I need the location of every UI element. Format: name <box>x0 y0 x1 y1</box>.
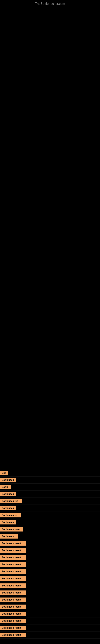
bottleneck-result-label: Bottleneck result <box>0 612 26 616</box>
bottleneck-result-row: Bottleneck result <box>0 596 100 603</box>
bottleneck-result-label: Bottleneck <box>0 520 16 524</box>
bottleneck-result-row: Bottleneck re <box>0 512 100 519</box>
bottleneck-result-row: Bottle <box>0 484 100 491</box>
bottleneck-result-label: Bottleneck result <box>0 584 26 588</box>
bottleneck-result-label: Bott <box>0 471 8 475</box>
bottleneck-result-label: Bottleneck <box>0 478 16 482</box>
site-header: TheBottlenecker.com <box>0 0 100 7</box>
bottleneck-result-row: Bottleneck <box>0 505 100 512</box>
bottleneck-result-row: Bottleneck <box>0 519 100 526</box>
bottleneck-result-label: Bottleneck r <box>0 534 18 538</box>
bottleneck-result-label: Bottle <box>0 485 11 489</box>
bottleneck-result-row: Bottleneck result <box>0 547 100 554</box>
bottleneck-result-label: Bottleneck result <box>0 576 26 581</box>
bottleneck-result-row: Bott <box>0 470 100 476</box>
bottleneck-result-row: Bottleneck result <box>0 568 100 575</box>
bottleneck-result-label: Bottleneck result <box>0 604 26 609</box>
bottleneck-result-row: Bottleneck result <box>0 610 100 618</box>
bottleneck-result-label: Bottleneck result <box>0 626 26 630</box>
bottleneck-result-row: Bottleneck <box>0 476 100 484</box>
bottleneck-result-label: Bottleneck result <box>0 562 26 567</box>
bottleneck-result-row: Bottleneck resu <box>0 526 100 533</box>
bottleneck-result-label: Bottleneck resu <box>0 527 23 532</box>
bottleneck-result-row: Bottleneck result <box>0 624 100 632</box>
bottleneck-result-label: Bottleneck result <box>0 541 26 546</box>
bottleneck-result-row: Bottleneck <box>0 491 100 498</box>
bottleneck-result-row: Bottleneck result <box>0 632 100 638</box>
bottleneck-result-row: Bottleneck result <box>0 561 100 568</box>
bottleneck-result-label: Bottleneck result <box>0 619 26 623</box>
bottleneck-result-label: Bottleneck result <box>0 555 26 560</box>
bottleneck-result-row: Bottleneck result <box>0 589 100 596</box>
site-title: TheBottlenecker.com <box>0 0 100 7</box>
bottleneck-result-row: Bottleneck res <box>0 498 100 505</box>
bottleneck-result-label: Bottleneck result <box>0 569 26 574</box>
bottleneck-result-label: Bottleneck <box>0 506 16 510</box>
results-section: BottBottleneckBottleBottleneckBottleneck… <box>0 470 100 638</box>
bottleneck-result-row: Bottleneck result <box>0 618 100 624</box>
bottleneck-result-label: Bottleneck <box>0 492 16 496</box>
bottleneck-result-row: Bottleneck result <box>0 575 100 582</box>
bottleneck-result-label: Bottleneck result <box>0 590 26 595</box>
bottleneck-result-label: Bottleneck result <box>0 548 26 553</box>
chart-area <box>0 7 100 470</box>
bottleneck-result-row: Bottleneck result <box>0 603 100 610</box>
bottleneck-result-row: Bottleneck result <box>0 582 100 589</box>
bottleneck-result-row: Bottleneck r <box>0 533 100 540</box>
bottleneck-result-row: Bottleneck result <box>0 540 100 547</box>
bottleneck-result-label: Bottleneck result <box>0 633 26 637</box>
bottleneck-result-label: Bottleneck re <box>0 513 21 518</box>
bottleneck-result-label: Bottleneck res <box>0 499 22 503</box>
bottleneck-result-row: Bottleneck result <box>0 554 100 561</box>
bottleneck-result-label: Bottleneck result <box>0 598 26 602</box>
